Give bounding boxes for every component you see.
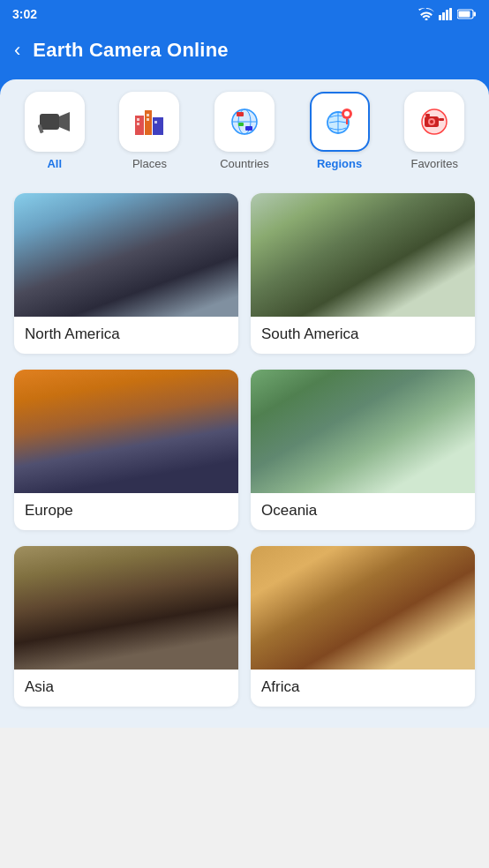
tab-countries-label: Countries	[220, 157, 269, 170]
svg-rect-22	[237, 112, 244, 116]
svg-rect-24	[238, 123, 244, 126]
globe-pin-icon	[323, 105, 357, 138]
tab-all[interactable]: All	[19, 92, 90, 179]
svg-rect-23	[245, 126, 252, 131]
region-image-africa	[251, 546, 475, 670]
region-image-asia	[14, 546, 238, 670]
status-time: 3:02	[12, 7, 37, 21]
tab-bar: All Places	[0, 79, 489, 179]
status-icons	[418, 8, 477, 20]
svg-rect-13	[137, 118, 139, 121]
tab-countries-icon-wrapper	[214, 92, 275, 152]
region-card-oceania[interactable]: Oceania	[251, 370, 475, 530]
svg-rect-14	[137, 123, 139, 125]
tab-regions-label: Regions	[317, 157, 362, 170]
tab-favorites-icon-wrapper	[404, 92, 464, 152]
signal-icon	[439, 8, 453, 20]
tab-regions[interactable]: Regions	[305, 92, 375, 179]
svg-rect-6	[474, 12, 477, 17]
region-card-north-america[interactable]: North America	[14, 193, 238, 354]
status-bar: 3:02	[0, 0, 489, 28]
region-card-europe[interactable]: Europe	[14, 370, 238, 530]
tab-bar-container: All Places	[0, 79, 489, 179]
globe-flags-icon	[228, 105, 261, 138]
region-card-south-america[interactable]: South America	[251, 193, 475, 354]
favorites-icon	[418, 105, 451, 138]
svg-rect-16	[147, 118, 149, 121]
region-image-north-america	[14, 193, 238, 317]
svg-rect-17	[154, 121, 157, 123]
svg-rect-2	[446, 10, 448, 20]
svg-point-29	[344, 111, 350, 116]
svg-rect-36	[425, 114, 430, 116]
tab-places-icon-wrapper	[119, 92, 179, 152]
svg-point-34	[430, 120, 433, 123]
region-grid: North AmericaSouth AmericaEuropeOceaniaA…	[14, 193, 475, 707]
svg-rect-12	[153, 117, 163, 135]
svg-rect-1	[442, 12, 445, 20]
region-label-north-america: North America	[14, 317, 238, 354]
region-image-oceania	[251, 370, 475, 493]
region-label-europe: Europe	[14, 493, 238, 530]
tab-places[interactable]: Places	[114, 92, 184, 179]
tab-favorites-label: Favorites	[410, 157, 457, 170]
tab-places-label: Places	[132, 157, 167, 170]
svg-rect-7	[40, 114, 59, 130]
tab-countries[interactable]: Countries	[209, 92, 280, 179]
region-card-asia[interactable]: Asia	[14, 546, 238, 707]
tab-regions-icon-wrapper	[310, 92, 370, 152]
svg-rect-5	[459, 11, 470, 18]
region-image-south-america	[251, 193, 475, 317]
camera-icon	[38, 105, 71, 138]
wifi-icon	[418, 8, 434, 20]
region-label-south-america: South America	[251, 317, 475, 354]
svg-marker-8	[59, 112, 70, 131]
region-label-africa: Africa	[251, 670, 475, 707]
tab-favorites[interactable]: Favorites	[399, 92, 470, 179]
region-label-oceania: Oceania	[251, 493, 475, 530]
main-content: North AmericaSouth AmericaEuropeOceaniaA…	[0, 179, 489, 728]
app-title: Earth Camera Online	[33, 39, 228, 62]
battery-icon	[457, 9, 477, 19]
svg-rect-15	[147, 114, 149, 116]
tab-all-icon-wrapper	[25, 92, 85, 152]
region-image-europe	[14, 370, 238, 493]
buildings-icon	[132, 105, 166, 138]
svg-rect-3	[449, 8, 452, 20]
header: ‹ Earth Camera Online	[0, 28, 489, 79]
region-label-asia: Asia	[14, 670, 238, 707]
svg-rect-0	[439, 15, 441, 20]
back-button[interactable]: ‹	[14, 41, 20, 60]
tab-all-label: All	[47, 157, 62, 170]
region-card-africa[interactable]: Africa	[251, 546, 475, 707]
svg-rect-35	[439, 118, 444, 121]
